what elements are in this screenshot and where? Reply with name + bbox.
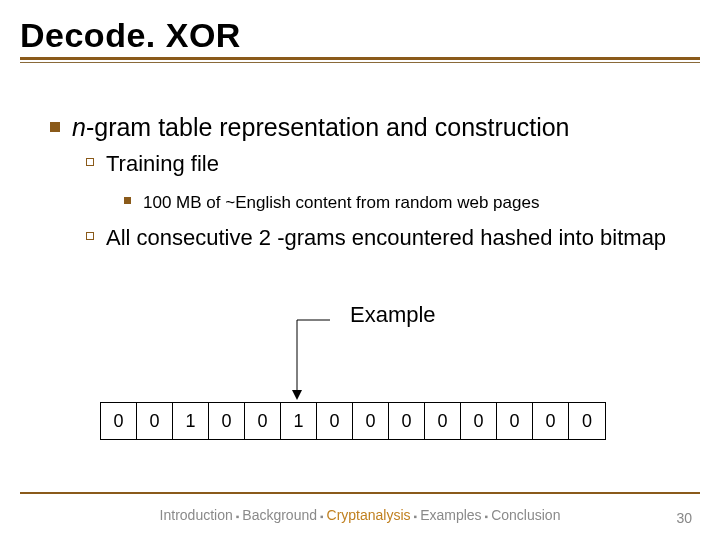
separator-icon: ▪ <box>411 511 421 522</box>
footer-line <box>20 492 700 494</box>
outline-square-bullet-icon <box>86 232 94 240</box>
bullet-lvl1: n-gram table representation and construc… <box>50 113 690 251</box>
page-number: 30 <box>676 510 692 526</box>
lvl1-text: n-gram table representation and construc… <box>72 113 570 141</box>
outline-square-bullet-icon <box>86 158 94 166</box>
bitmap-cell: 0 <box>101 403 137 439</box>
footer: Introduction▪Background▪Cryptanalysis▪Ex… <box>0 492 720 524</box>
bitmap-cell: 0 <box>425 403 461 439</box>
crumb: Background <box>242 507 317 523</box>
bitmap-diagram: Example 0 0 1 0 0 1 0 0 0 0 0 0 0 0 <box>100 350 620 440</box>
lvl3-text: 100 MB of ~English content from random w… <box>143 193 539 212</box>
separator-icon: ▪ <box>317 511 327 522</box>
title-area: Decode. XOR <box>0 0 720 67</box>
breadcrumb: Introduction▪Background▪Cryptanalysis▪Ex… <box>160 507 561 523</box>
slide-title: Decode. XOR <box>20 12 700 57</box>
bitmap-cell: 0 <box>569 403 605 439</box>
square-bullet-icon <box>50 122 60 132</box>
bitmap-cell: 1 <box>281 403 317 439</box>
svg-marker-2 <box>292 390 302 400</box>
bitmap-cell: 1 <box>173 403 209 439</box>
bitmap-cell: 0 <box>209 403 245 439</box>
bitmap-cell: 0 <box>461 403 497 439</box>
bitmap-cell: 0 <box>137 403 173 439</box>
crumb: Introduction <box>160 507 233 523</box>
bullet-lvl2-training: Training file 100 MB of ~English content… <box>86 148 690 214</box>
separator-icon: ▪ <box>482 511 492 522</box>
bitmap-cell: 0 <box>245 403 281 439</box>
title-underline-thin <box>20 62 700 63</box>
crumb: Conclusion <box>491 507 560 523</box>
bullet-lvl3: 100 MB of ~English content from random w… <box>124 185 690 214</box>
bitmap-cell: 0 <box>533 403 569 439</box>
separator-icon: ▪ <box>233 511 243 522</box>
crumb: Examples <box>420 507 481 523</box>
content-area: n-gram table representation and construc… <box>0 67 720 251</box>
crumb-active: Cryptanalysis <box>327 507 411 523</box>
example-label: Example <box>350 302 436 328</box>
bitmap-cell: 0 <box>497 403 533 439</box>
slide: Decode. XOR n-gram table representation … <box>0 0 720 540</box>
lvl2-text: All consecutive 2 -grams encountered has… <box>106 225 666 250</box>
title-underline <box>20 57 700 60</box>
lvl2-text: Training file <box>106 151 219 176</box>
bitmap-cell: 0 <box>317 403 353 439</box>
bitmap-cell: 0 <box>353 403 389 439</box>
bitmap-row: 0 0 1 0 0 1 0 0 0 0 0 0 0 0 <box>100 402 606 440</box>
small-square-bullet-icon <box>124 197 131 204</box>
bitmap-cell: 0 <box>389 403 425 439</box>
arrow-icon <box>275 314 335 404</box>
bullet-lvl2-hashed: All consecutive 2 -grams encountered has… <box>86 222 690 251</box>
